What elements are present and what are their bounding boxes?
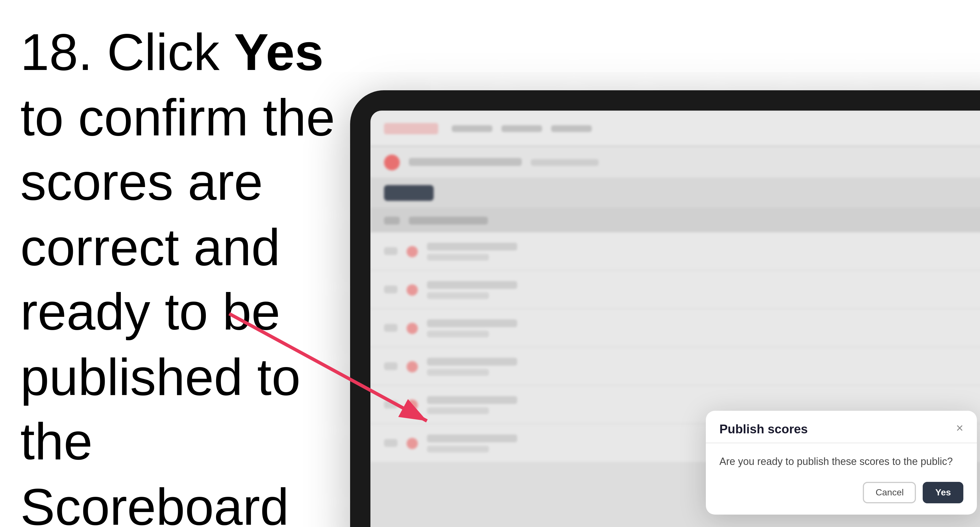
modal-yes-button[interactable]: Yes [923,482,963,503]
step-number: 18. [20,22,92,81]
modal-close-button[interactable]: × [956,422,963,435]
tablet-screen: Publish scores × Are you ready to publis… [371,111,980,527]
modal-overlay: Publish scores × Are you ready to publis… [371,111,980,527]
tablet-device: Publish scores × Are you ready to publis… [350,90,980,527]
modal-actions: Cancel Yes [719,482,963,503]
publish-scores-modal: Publish scores × Are you ready to publis… [706,411,977,515]
modal-title: Publish scores [719,422,808,435]
instruction-bold: Yes [234,22,324,81]
modal-body: Are you ready to publish these scores to… [706,443,977,515]
instruction-suffix: to confirm the scores are correct and re… [20,87,335,527]
modal-cancel-button[interactable]: Cancel [863,482,916,503]
modal-header: Publish scores × [706,411,977,443]
modal-message: Are you ready to publish these scores to… [719,454,963,468]
instruction-prefix: Click [107,22,234,81]
instruction-text: 18. Click Yes to confirm the scores are … [20,20,348,527]
